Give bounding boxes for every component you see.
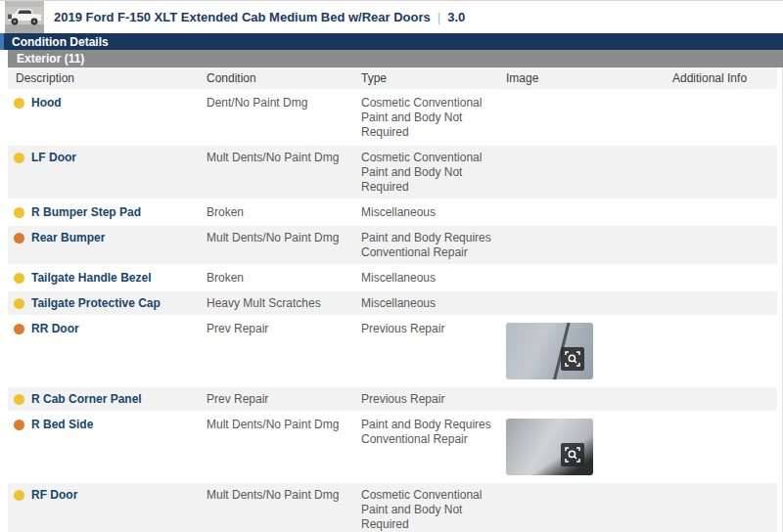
type-text: Miscellaneous <box>361 296 436 310</box>
severity-dot-icon <box>14 490 24 501</box>
severity-dot-icon <box>14 273 24 284</box>
damage-photo-thumbnail[interactable] <box>506 419 593 475</box>
description-link[interactable]: Tailgate Protective Cap <box>31 296 161 311</box>
condition-text: Heavy Mult Scratches <box>207 296 321 310</box>
image-cell <box>506 146 672 200</box>
col-header-description: Description <box>8 67 207 91</box>
description-cell: RR Door <box>8 317 207 387</box>
additional-info-cell <box>672 146 777 200</box>
severity-dot-icon <box>14 394 24 405</box>
table-header-row: Description Condition Type Image Additio… <box>8 67 777 91</box>
description-link[interactable]: RF Door <box>31 488 77 503</box>
additional-info-cell <box>672 483 777 532</box>
additional-info-cell <box>672 291 777 317</box>
severity-dot-icon <box>14 298 24 309</box>
description-cell: R Bumper Step Pad <box>8 200 207 226</box>
description-cell: RF Door <box>8 483 207 532</box>
image-cell <box>506 200 672 226</box>
col-header-type: Type <box>361 67 506 91</box>
additional-info-cell <box>672 317 777 387</box>
photo-zoom-icon[interactable] <box>561 347 584 371</box>
condition-details-bar: Condition Details <box>0 33 783 50</box>
type-text: Previous Repair <box>361 322 444 335</box>
image-cell <box>506 483 672 532</box>
description-cell: LF Door <box>8 146 207 200</box>
type-cell: Miscellaneous <box>361 266 506 291</box>
additional-info-cell <box>672 266 777 291</box>
exterior-section-bar[interactable]: Exterior (11) <box>8 50 783 67</box>
description-cell: Rear Bumper <box>8 226 207 266</box>
description-link[interactable]: R Bumper Step Pad <box>31 205 141 220</box>
type-cell: Paint and Body Requires Conventional Rep… <box>361 413 506 483</box>
additional-info-cell <box>672 226 777 266</box>
severity-dot-icon <box>14 207 24 218</box>
condition-table: Description Condition Type Image Additio… <box>8 67 777 532</box>
condition-cell: Prev Repair <box>207 317 361 387</box>
image-cell <box>506 266 672 291</box>
condition-text: Mult Dents/No Paint Dmg <box>207 488 339 502</box>
vehicle-title-group: 2019 Ford F-150 XLT Extended Cab Medium … <box>54 10 465 24</box>
table-row: R Cab Corner Panel Prev Repair Previous … <box>8 387 777 413</box>
image-cell <box>506 317 672 387</box>
table-row: Rear Bumper Mult Dents/No Paint Dmg Pain… <box>8 226 777 266</box>
image-cell <box>506 291 672 317</box>
col-header-additional-info: Additional Info <box>672 67 777 91</box>
condition-text: Prev Repair <box>207 392 268 406</box>
description-link[interactable]: R Cab Corner Panel <box>31 392 142 407</box>
vehicle-header: 2019 Ford F-150 XLT Extended Cab Medium … <box>0 1 783 33</box>
type-text: Miscellaneous <box>361 205 436 219</box>
condition-cell: Mult Dents/No Paint Dmg <box>207 226 361 266</box>
vehicle-title: 2019 Ford F-150 XLT Extended Cab Medium … <box>54 10 431 24</box>
description-link[interactable]: Rear Bumper <box>31 231 105 245</box>
exterior-section-label: Exterior (11) <box>17 52 84 66</box>
condition-text: Prev Repair <box>207 322 268 335</box>
type-cell: Paint and Body Requires Conventional Rep… <box>361 226 506 266</box>
severity-dot-icon <box>14 98 24 109</box>
condition-cell: Mult Dents/No Paint Dmg <box>207 413 361 483</box>
image-cell <box>506 413 672 483</box>
severity-dot-icon <box>14 233 24 244</box>
damage-photo-thumbnail[interactable] <box>506 323 593 379</box>
image-cell <box>506 226 672 266</box>
table-row: Tailgate Handle Bezel Broken Miscellaneo… <box>8 266 777 291</box>
condition-text: Broken <box>207 205 244 219</box>
description-link[interactable]: RR Door <box>31 322 79 336</box>
additional-info-cell <box>672 387 777 413</box>
condition-cell: Mult Dents/No Paint Dmg <box>207 146 361 200</box>
condition-cell: Mult Dents/No Paint Dmg <box>207 483 361 532</box>
col-header-image: Image <box>506 67 672 91</box>
additional-info-cell <box>672 200 777 226</box>
type-cell: Previous Repair <box>361 317 506 387</box>
condition-details-label: Condition Details <box>12 35 109 49</box>
severity-dot-icon <box>14 153 24 163</box>
table-row: Tailgate Protective Cap Heavy Mult Scrat… <box>8 291 777 317</box>
description-link[interactable]: Tailgate Handle Bezel <box>31 271 151 286</box>
description-link[interactable]: R Bed Side <box>31 418 93 432</box>
type-cell: Miscellaneous <box>361 200 506 226</box>
condition-cell: Broken <box>207 200 361 226</box>
condition-table-body: Hood Dent/No Paint Dmg Cosmetic Conventi… <box>8 91 777 532</box>
description-cell: Tailgate Handle Bezel <box>8 266 207 291</box>
table-row: R Bed Side Mult Dents/No Paint Dmg Paint… <box>8 413 777 483</box>
truck-photo-icon <box>5 1 44 33</box>
type-cell: Cosmetic Conventional Paint and Body Not… <box>361 146 506 200</box>
table-row: RR Door Prev Repair Previous Repair <box>8 317 777 387</box>
description-link[interactable]: Hood <box>31 96 62 111</box>
table-row: R Bumper Step Pad Broken Miscellaneous <box>8 200 777 226</box>
description-cell: Hood <box>8 91 207 146</box>
type-text: Cosmetic Conventional Paint and Body Not… <box>361 151 482 194</box>
vehicle-thumbnail[interactable] <box>5 1 44 33</box>
additional-info-cell <box>672 413 777 483</box>
image-cell <box>506 387 672 413</box>
additional-info-cell <box>672 91 777 146</box>
type-text: Paint and Body Requires Conventional Rep… <box>361 231 491 259</box>
table-row: Hood Dent/No Paint Dmg Cosmetic Conventi… <box>8 91 777 146</box>
severity-dot-icon <box>14 324 24 334</box>
photo-zoom-icon[interactable] <box>561 443 584 466</box>
condition-text: Mult Dents/No Paint Dmg <box>207 418 339 431</box>
condition-text: Dent/No Paint Dmg <box>207 96 307 110</box>
table-row: RF Door Mult Dents/No Paint Dmg Cosmetic… <box>8 483 777 532</box>
description-link[interactable]: LF Door <box>31 151 76 165</box>
type-text: Previous Repair <box>361 392 444 406</box>
vehicle-grade: 3.0 <box>447 10 465 24</box>
